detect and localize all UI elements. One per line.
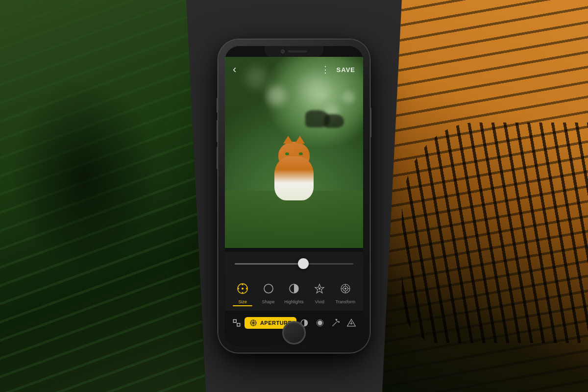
size-icon [234, 280, 251, 297]
save-button[interactable]: SAVE [337, 66, 355, 74]
slider-thumb[interactable] [298, 258, 309, 269]
svg-point-1 [242, 288, 244, 290]
magic-button[interactable] [328, 314, 343, 332]
svg-point-2 [264, 284, 273, 293]
tool-highlights[interactable]: Highlights [281, 280, 307, 304]
bokeh-5 [343, 91, 355, 103]
size-label: Size [238, 299, 247, 304]
home-button[interactable] [283, 321, 305, 344]
slider-track[interactable] [235, 263, 353, 265]
photo-area [225, 57, 363, 248]
silent-switch [217, 98, 218, 113]
size-active-indicator [233, 305, 252, 306]
svg-rect-13 [237, 323, 240, 326]
svg-point-4 [318, 288, 320, 290]
screen-content: ‹ ⋮ SAVE [225, 46, 363, 346]
volume-down-button [217, 147, 218, 169]
power-button [370, 108, 371, 137]
cat-ear-right [295, 136, 305, 144]
transform-icon [337, 280, 354, 297]
cat-ear-left [283, 136, 293, 144]
cat-photo [225, 57, 363, 248]
bg-right-image [382, 0, 588, 392]
tool-vivid[interactable]: Vivid [307, 280, 332, 304]
transform-label: Transform [335, 299, 355, 304]
tool-transform[interactable]: Transform [333, 280, 358, 304]
phone-screen: ‹ ⋮ SAVE [225, 46, 363, 346]
phone-body: ‹ ⋮ SAVE [218, 39, 370, 353]
bokeh-1 [267, 86, 286, 105]
svg-point-7 [344, 288, 346, 290]
exposure-button[interactable] [312, 314, 328, 332]
more-options-button[interactable]: ⋮ [321, 64, 330, 75]
svg-point-20 [318, 321, 322, 325]
svg-rect-12 [233, 319, 236, 322]
slider-area [225, 252, 363, 275]
bg-left-image [0, 0, 206, 392]
shape-label: Shape [262, 299, 275, 304]
cat-torso [274, 156, 314, 200]
shape-icon [260, 280, 277, 297]
cat-eye-left [285, 152, 289, 155]
volume-up-button [217, 120, 218, 142]
vivid-icon [311, 280, 328, 297]
cat-eye-right [299, 152, 303, 155]
bg-animal-2 [324, 114, 344, 128]
front-camera [281, 49, 285, 53]
slider-fill [235, 263, 303, 265]
tool-shape[interactable]: Shape [256, 280, 281, 304]
cat-body [270, 142, 318, 200]
highlights-icon [286, 280, 302, 297]
highlights-label: Highlights [284, 299, 304, 304]
top-bar: ‹ ⋮ SAVE [225, 60, 363, 79]
vivid-label: Vivid [315, 299, 324, 304]
crop-button[interactable] [229, 314, 245, 332]
phone-device: ‹ ⋮ SAVE [218, 39, 370, 353]
top-right-buttons: ⋮ SAVE [321, 64, 355, 75]
phone-notch [265, 46, 323, 57]
tool-size[interactable]: Size [230, 280, 255, 306]
filter-button[interactable] [343, 314, 359, 332]
back-button[interactable]: ‹ [233, 63, 236, 76]
bokeh-2 [301, 76, 328, 103]
tools-row: Size Shape [225, 275, 363, 311]
speaker [288, 50, 307, 52]
